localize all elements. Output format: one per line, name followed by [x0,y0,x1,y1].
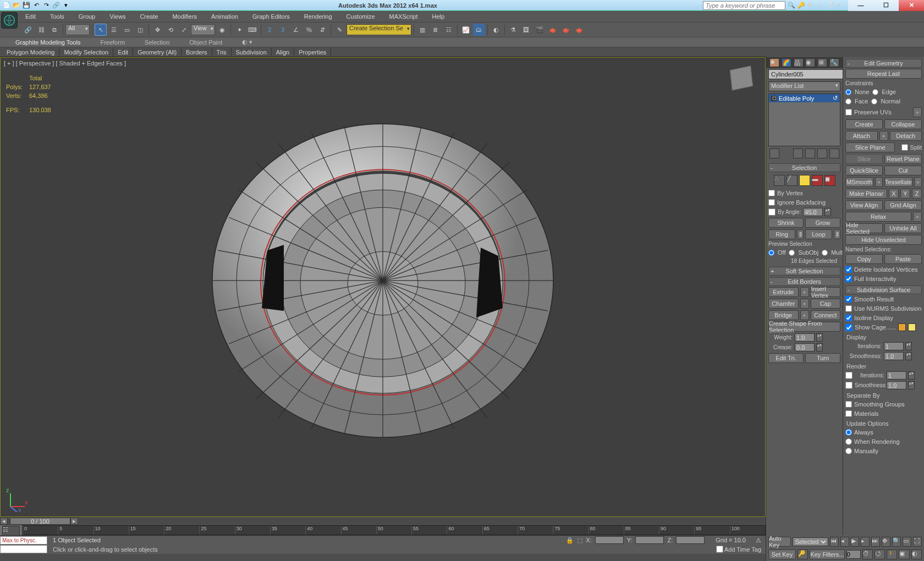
border-subobj-icon[interactable]: ◯ [799,175,810,186]
y-input[interactable] [635,536,664,544]
vertex-subobj-icon[interactable]: ∴ [774,175,785,186]
unhide-button[interactable]: Unhide All [884,223,922,233]
autokey-button[interactable]: Auto Key [768,537,791,547]
ignore-backfacing-checkbox[interactable] [768,199,775,206]
panel-modifyselection[interactable]: Modify Selection [59,48,113,57]
panel-tris[interactable]: Tris [212,48,232,57]
spinner-icon[interactable]: ▴▾ [816,343,823,351]
unlink-icon[interactable]: ⛓ [35,24,47,36]
nav-zoom-icon[interactable]: 🔍 [892,537,901,547]
viewport-label[interactable]: [ + ] [ Perspective ] [ Shaded + Edged F… [4,60,126,67]
rollout-softsel[interactable]: +Soft Selection [768,267,840,276]
ribbon-hide-icon[interactable]: ◐ ▾ [232,37,262,47]
pivot-icon[interactable]: ◉ [216,24,228,36]
bridge-settings-icon[interactable]: ▫ [800,310,809,320]
goto-start-icon[interactable]: ⏮ [830,537,839,547]
cut-button[interactable]: Cut [884,166,922,175]
ren-iter-input[interactable] [887,371,906,380]
nav-max-icon[interactable]: ▣ [899,549,909,559]
selection-filter-dropdown[interactable]: All [65,24,90,35]
window-crossing-icon[interactable]: ◫ [134,24,146,36]
rollout-subdiv[interactable]: -Subdivision Surface [845,285,922,294]
named-selection-dropdown[interactable]: Create Selection Se [346,24,411,35]
menu-modifiers[interactable]: Modifiers [166,12,204,21]
rotate-icon[interactable]: ⟲ [164,24,177,36]
bridge-button[interactable]: Bridge [768,310,799,320]
detach-button[interactable]: Detach [890,131,922,141]
viewport[interactable]: [ + ] [ Perspective ] [ Shaded + Edged F… [0,57,766,517]
configure-sets-icon[interactable] [829,148,839,158]
rollout-selection[interactable]: -Selection [768,163,840,172]
planar-x-button[interactable]: X [889,189,899,199]
copy-button[interactable]: Copy [845,254,883,264]
app-menu-icon[interactable] [1,12,18,29]
binoculars-icon[interactable]: 🔍 [788,2,795,9]
collapse-button[interactable]: Collapse [884,119,922,129]
manipulate-icon[interactable]: ✦ [233,24,245,36]
tab-objectpaint[interactable]: Object Paint [179,38,232,47]
pin-stack-icon[interactable] [769,148,779,158]
spinner-snap-icon[interactable]: ⇵ [316,24,328,36]
x-input[interactable] [595,536,624,544]
ren-smooth-input[interactable] [887,381,906,389]
menu-help[interactable]: Help [426,12,452,21]
scale-icon[interactable]: ⤢ [178,24,190,36]
preview-multi-radio[interactable] [822,250,828,256]
time-config-icon[interactable]: ⏱ [862,549,873,559]
nurms-checkbox[interactable] [845,305,852,312]
qat-dropdown-icon[interactable]: ▾ [62,1,70,10]
msmooth-settings-icon[interactable]: ▫ [875,177,883,187]
ring-button[interactable]: Ring [768,229,795,239]
by-angle-checkbox[interactable] [768,208,776,216]
menu-animation[interactable]: Animation [205,12,245,21]
gridalign-button[interactable]: Grid Align [884,200,922,210]
cap-button[interactable]: Cap [811,299,841,309]
schematic-icon[interactable]: 🗂 [473,24,485,36]
spinner-icon[interactable]: ▴▾ [816,333,823,342]
hidesel-button[interactable]: Hide Selected [845,223,883,233]
extrude-settings-icon[interactable]: ▫ [800,287,809,297]
menu-grapheditors[interactable]: Graph Editors [246,12,296,21]
hierarchy-tab-icon[interactable]: 品 [794,58,804,67]
help-icon[interactable]: ❔ [827,2,835,9]
play-icon[interactable]: ▶ [851,537,860,547]
sliceplane-button[interactable]: Slice Plane [845,142,895,152]
keyfilter-dropdown[interactable]: Selected [793,537,828,546]
sep-mat-checkbox[interactable] [845,410,852,417]
loop-button[interactable]: Loop [805,229,832,239]
deliso-checkbox[interactable] [845,266,852,273]
prev-frame-icon[interactable]: ◂ [840,537,849,547]
edittri-button[interactable]: Edit Tri. [768,353,804,363]
search-input[interactable] [703,1,785,10]
keyfilters-button[interactable]: Key Filters... [810,549,844,559]
motion-tab-icon[interactable]: ◉ [805,58,815,67]
menu-group[interactable]: Group [72,12,102,21]
lock-icon[interactable]: 🔒 [566,537,574,544]
snap-2d-icon[interactable]: 2 [263,24,276,36]
nav-walk-icon[interactable]: 🚶 [887,549,897,559]
preserveuvs-settings-icon[interactable]: ▫ [913,107,922,117]
cage-color2-swatch[interactable] [908,323,916,331]
panel-subdivision[interactable]: Subdivision [232,48,272,57]
isolate-icon[interactable]: ⚠ [756,537,761,544]
help-dd-icon[interactable]: ▾ [837,2,845,9]
element-subobj-icon[interactable]: ◼ [824,175,835,186]
render-setup-icon[interactable]: ⚗ [507,24,519,36]
tab-freeform[interactable]: Freeform [90,38,135,47]
qat-redo-icon[interactable]: ↷ [42,1,51,10]
ring-spin-icon[interactable]: ⇕ [797,229,804,239]
panel-polymodeling[interactable]: Polygon Modeling [2,48,59,57]
by-vertex-checkbox[interactable] [768,190,775,196]
preview-off-radio[interactable] [768,250,774,256]
attach-list-icon[interactable]: ▫ [879,131,888,141]
shrink-button[interactable]: Shrink [768,218,804,228]
render-prod-icon[interactable]: 🎬 [534,24,546,36]
disp-iter-input[interactable] [884,342,904,350]
nav-fov-icon[interactable]: ▭ [903,537,911,547]
exchange-icon[interactable]: ✖ [807,2,815,9]
edge-subobj-icon[interactable]: ╱ [787,175,798,186]
timetag-checkbox[interactable] [716,546,723,553]
msmooth-button[interactable]: MSmooth [845,177,873,187]
angle-input[interactable] [803,208,823,216]
qat-link-icon[interactable]: 🔗 [52,1,61,10]
